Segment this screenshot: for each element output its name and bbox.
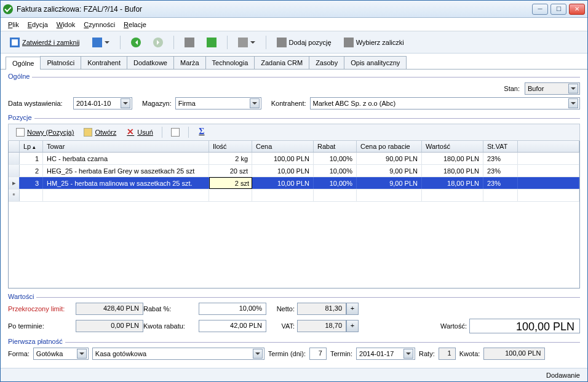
przekroczony-value: 428,40 PLN bbox=[76, 303, 143, 315]
tab-zadania-crm[interactable]: Zadania CRM bbox=[254, 56, 309, 69]
close-button[interactable]: ✕ bbox=[569, 4, 585, 15]
tab-marza[interactable]: Marża bbox=[173, 56, 206, 69]
save-close-button[interactable]: Zatwierdź i zamknij bbox=[6, 35, 84, 50]
vat-plus-button[interactable]: + bbox=[346, 320, 359, 332]
add-icon bbox=[277, 38, 287, 47]
add-position-button[interactable]: Dodaj pozycję bbox=[272, 35, 336, 50]
minimize-button[interactable]: ─ bbox=[532, 4, 548, 15]
refresh-button[interactable] bbox=[202, 35, 221, 50]
stan-label: Stan: bbox=[504, 85, 520, 92]
separator bbox=[266, 36, 266, 49]
tools-icon bbox=[185, 38, 194, 47]
tab-technologia[interactable]: Technologia bbox=[205, 56, 255, 69]
table-row-selected[interactable]: ▸ 3 HM_25 - herbata malinowa w saszetkac… bbox=[9, 177, 579, 189]
menubar: Plik Edycja Widok Czynności Relacje bbox=[1, 18, 587, 31]
wartosci-fieldset: Wartości Przekroczony limit: 428,40 PLN … bbox=[8, 297, 580, 336]
col-stvat[interactable]: St.VAT bbox=[483, 141, 518, 152]
table-row-new[interactable]: * bbox=[9, 189, 579, 202]
separator bbox=[188, 127, 189, 138]
refresh-icon bbox=[207, 38, 217, 47]
back-button[interactable] bbox=[127, 35, 145, 50]
menu-edycja[interactable]: Edycja bbox=[28, 21, 48, 28]
select-advances-button[interactable]: Wybierz zaliczki bbox=[340, 35, 408, 50]
termin-dni-input[interactable]: 7 bbox=[309, 348, 327, 360]
save-close-icon bbox=[10, 38, 20, 47]
status-text: Dodawanie bbox=[546, 372, 580, 379]
tab-kontrahent[interactable]: Kontrahent bbox=[81, 56, 127, 69]
tab-ogolne[interactable]: Ogólne bbox=[6, 57, 41, 70]
ogolne-legend: Ogólne bbox=[8, 73, 32, 80]
menu-plik[interactable]: Plik bbox=[8, 21, 19, 28]
statusbar: Dodawanie bbox=[1, 368, 587, 381]
separator bbox=[173, 36, 174, 49]
open-position-button[interactable]: Otwórz bbox=[80, 127, 120, 138]
sum-button[interactable]: Σ bbox=[194, 127, 210, 138]
col-lp[interactable]: Lp ▴ bbox=[20, 141, 43, 152]
kwota-label: Kwota: bbox=[459, 350, 480, 357]
wartosc-total: 100,00 PLN bbox=[469, 319, 580, 333]
print-button[interactable] bbox=[234, 35, 260, 50]
delete-position-button[interactable]: ✕Usuń bbox=[122, 127, 157, 138]
new-row-icon: * bbox=[9, 189, 20, 201]
kontrahent-label: Kontrahent: bbox=[271, 100, 306, 107]
wartosci-legend: Wartości bbox=[8, 293, 36, 300]
platnosc-legend: Pierwsza płatność bbox=[8, 338, 65, 345]
chevron-down-icon bbox=[568, 98, 578, 108]
chevron-down-icon bbox=[105, 41, 109, 46]
chevron-down-icon bbox=[250, 98, 260, 108]
row-indicator-icon: ▸ bbox=[9, 177, 20, 189]
maximize-button[interactable]: ☐ bbox=[550, 4, 566, 15]
po-terminie-value: 0,00 PLN bbox=[76, 320, 143, 332]
select-icon bbox=[344, 38, 354, 47]
kasa-dropdown[interactable]: Kasa gotówkowa bbox=[92, 348, 264, 360]
content: Ogólne Stan: Bufor Data wystawienia: 201… bbox=[1, 70, 587, 368]
netto-label: Netto: bbox=[266, 305, 297, 312]
tabstrip: Ogólne Płatności Kontrahent Dodatkowe Ma… bbox=[1, 54, 587, 70]
tab-opis-analityczny[interactable]: Opis analityczny bbox=[344, 56, 407, 69]
col-wartosc[interactable]: Wartość bbox=[422, 141, 483, 152]
col-towar[interactable]: Towar bbox=[43, 141, 209, 152]
tab-dodatkowe[interactable]: Dodatkowe bbox=[127, 56, 174, 69]
edit-position-button[interactable] bbox=[167, 127, 183, 138]
termin-label: Termin: bbox=[330, 350, 352, 357]
przekroczony-label: Przekroczony limit: bbox=[8, 305, 76, 312]
menu-widok[interactable]: Widok bbox=[57, 21, 76, 28]
sigma-icon: Σ bbox=[197, 128, 206, 137]
new-icon bbox=[16, 128, 25, 137]
magazyn-dropdown[interactable]: Firma bbox=[175, 97, 261, 109]
wartosc-label: Wartość: bbox=[426, 322, 469, 330]
chevron-down-icon bbox=[121, 98, 130, 108]
forma-dropdown[interactable]: Gotówka bbox=[33, 348, 89, 360]
table-row[interactable]: 2 HEG_25 - herbata Earl Grey w saszetkac… bbox=[9, 165, 579, 177]
rabat-percent-label: Rabat %: bbox=[143, 305, 199, 312]
window-title: Faktura zaliczkowa: FZAL/?/14 - Bufor bbox=[17, 5, 532, 14]
table-row[interactable]: 1 HC - herbata czarna 2 kg 100,00 PLN 10… bbox=[9, 153, 579, 165]
rabat-percent-input[interactable]: 10,00% bbox=[199, 303, 266, 315]
save-button[interactable] bbox=[88, 35, 114, 50]
new-position-button[interactable]: Nowy (Pozycja) bbox=[12, 127, 77, 138]
quantity-input[interactable]: 2 szt bbox=[209, 177, 252, 189]
netto-value: 81,30 bbox=[297, 303, 346, 315]
col-rabat[interactable]: Rabat bbox=[314, 141, 357, 152]
col-ilosc[interactable]: Ilość bbox=[209, 141, 252, 152]
termin-date-input[interactable]: 2014-01-17 bbox=[356, 348, 415, 360]
kwota-rabatu-input[interactable]: 42,00 PLN bbox=[199, 320, 266, 332]
menu-relacje[interactable]: Relacje bbox=[124, 21, 146, 28]
tab-platnosci[interactable]: Płatności bbox=[40, 56, 81, 69]
pozycje-legend: Pozycje bbox=[8, 114, 34, 121]
forward-button[interactable] bbox=[149, 35, 167, 50]
pozycje-fieldset: Pozycje Nowy (Pozycja) Otwórz ✕Usuń Σ Lp… bbox=[8, 118, 580, 291]
menu-czynnosci[interactable]: Czynności bbox=[84, 21, 115, 28]
tab-zasoby[interactable]: Zasoby bbox=[309, 56, 344, 69]
col-cpr[interactable]: Cena po rabacie bbox=[357, 141, 422, 152]
positions-grid[interactable]: Lp ▴ Towar Ilość Cena Rabat Cena po raba… bbox=[8, 141, 580, 288]
data-input[interactable]: 2014-01-10 bbox=[73, 97, 132, 109]
tools-button[interactable] bbox=[180, 35, 199, 50]
separator bbox=[162, 127, 162, 138]
chevron-down-icon bbox=[568, 84, 578, 94]
netto-plus-button[interactable]: + bbox=[346, 303, 359, 315]
kontrahent-dropdown[interactable]: Market ABC Sp. z o.o (Abc) bbox=[310, 97, 580, 109]
stan-dropdown[interactable]: Bufor bbox=[525, 82, 580, 95]
col-cena[interactable]: Cena bbox=[252, 141, 314, 152]
raty-label: Raty: bbox=[419, 350, 435, 357]
